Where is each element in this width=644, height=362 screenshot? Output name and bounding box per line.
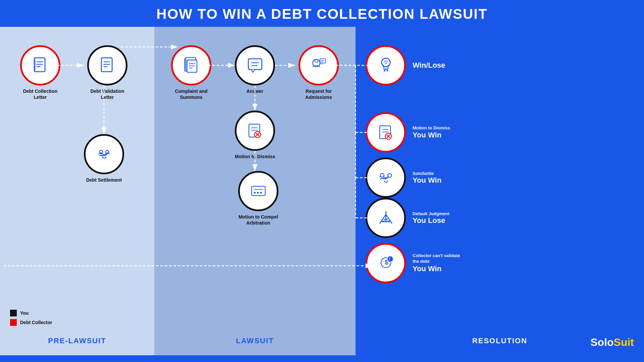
svg-point-49 <box>381 58 390 67</box>
res-motion-dismiss-circle <box>366 112 406 153</box>
motion-compel-label: Motion to Compel Arbitration <box>235 214 282 226</box>
svg-line-63 <box>380 222 381 224</box>
debt-collection-letter-circle <box>20 45 60 85</box>
request-admissions-label: Request for Admissions <box>295 88 342 100</box>
svg-point-66 <box>387 219 389 221</box>
motion-dismiss-node: Motion to Dismiss <box>235 111 275 160</box>
solosettle-label: SoloSettle You Win <box>413 171 441 185</box>
res-motion-dismiss-node: Motion to Dismiss You Win <box>366 112 450 153</box>
svg-line-64 <box>391 222 392 224</box>
svg-point-37 <box>257 192 259 194</box>
legend-you: You <box>10 310 52 316</box>
motion-dismiss-circle <box>235 111 275 151</box>
prelawsuit-section: Debt Collection Letter Debt Validation L… <box>0 27 154 355</box>
collector-validate-node: $ ! Collector can't validate the debt Yo… <box>366 243 463 283</box>
default-judgment-node: Default Judgment You Lose <box>366 198 449 238</box>
res-motion-dismiss-label: Motion to Dismiss You Win <box>413 125 450 140</box>
svg-point-36 <box>254 192 256 194</box>
svg-rect-0 <box>34 58 45 71</box>
resolution-label: RESOLUTION <box>472 337 527 345</box>
litigation-circle <box>366 45 406 85</box>
litigation-node: Win/Lose <box>366 45 445 85</box>
debt-collection-letter-node: Debt Collection Letter <box>17 45 64 100</box>
header-title: HOW TO WIN A DEBT COLLECTION LAWSUIT <box>156 6 487 22</box>
legend: You Debt Collector <box>10 310 52 328</box>
header: HOW TO WIN A DEBT COLLECTION LAWSUIT <box>0 0 644 27</box>
motion-compel-circle <box>238 171 278 211</box>
solosettle-node: SoloSettle You Win <box>366 158 441 198</box>
collector-validate-circle: $ ! <box>366 243 406 283</box>
prelawsuit-label: PRE-LAWSUIT <box>48 337 106 345</box>
svg-rect-21 <box>187 60 197 72</box>
lawsuit-label: LAWSUIT <box>236 337 274 345</box>
request-admissions-circle <box>299 45 339 85</box>
default-judgment-label: Default Judgment You Lose <box>413 211 449 225</box>
debt-settlement-node: Debt Settlement <box>84 134 124 183</box>
svg-point-59 <box>388 173 391 177</box>
complaint-summons-circle <box>171 45 211 85</box>
legend-you-box <box>10 310 17 316</box>
resolution-section: Win/Lose Motion to Dismiss You Win <box>356 27 644 355</box>
debt-validation-letter-circle <box>87 45 127 85</box>
svg-point-65 <box>382 219 384 221</box>
debt-validation-letter-label: Debt Validation Letter <box>84 88 131 100</box>
motion-compel-node: Motion to Compel Arbitration <box>235 171 282 226</box>
svg-rect-41 <box>320 59 326 63</box>
svg-rect-34 <box>252 186 265 195</box>
svg-point-58 <box>380 173 384 177</box>
legend-dc-box <box>10 319 17 326</box>
solosettle-circle <box>366 158 406 198</box>
answer-label: Answer <box>247 88 264 94</box>
branding: SoloSuit <box>590 336 634 349</box>
svg-point-38 <box>260 192 262 194</box>
debt-validation-letter-node: Debt Validation Letter <box>84 45 131 100</box>
legend-debt-collector: Debt Collector <box>10 319 52 326</box>
complaint-summons-node: Complaint and Summons <box>168 45 215 100</box>
answer-circle <box>235 45 275 85</box>
svg-rect-25 <box>248 59 262 69</box>
debt-settlement-label: Debt Settlement <box>86 177 122 183</box>
collector-validate-label: Collector can't validate the debt You Wi… <box>413 253 463 273</box>
lawsuit-section: Complaint and Summons Answer <box>154 27 356 355</box>
answer-node: Answer <box>235 45 275 94</box>
complaint-summons-label: Complaint and Summons <box>168 88 215 100</box>
debt-collection-letter-label: Debt Collection Letter <box>17 88 64 100</box>
svg-rect-5 <box>101 58 112 71</box>
default-judgment-circle <box>366 198 406 238</box>
litigation-outcome-label: Win/Lose <box>413 61 445 70</box>
request-admissions-node: Request for Admissions <box>295 45 342 100</box>
motion-dismiss-label: Motion to Dismiss <box>235 154 275 160</box>
debt-settlement-circle <box>84 134 124 174</box>
svg-text:!: ! <box>389 256 390 261</box>
